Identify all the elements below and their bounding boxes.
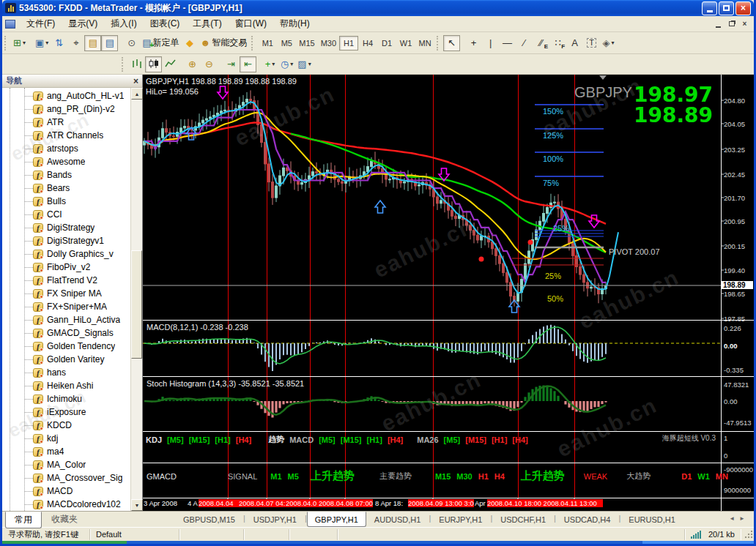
crosshair-button[interactable]: + bbox=[465, 35, 482, 51]
navigator-item[interactable]: fang_PR_(Din)-v2 bbox=[2, 102, 130, 116]
new-order-button[interactable]: ▤+新定单 bbox=[140, 35, 181, 51]
text-label-button[interactable]: T bbox=[583, 35, 600, 51]
auto-scroll-button[interactable]: ⇤ bbox=[240, 56, 256, 72]
chart-tab-gbpusd-m15[interactable]: GBPUSD,M15 bbox=[175, 512, 243, 527]
equidistant-channel-button[interactable]: ∕∕E bbox=[533, 35, 549, 51]
toolbar-grip[interactable] bbox=[4, 36, 8, 51]
navigator-item[interactable]: fDolly Graphics_v bbox=[2, 247, 130, 261]
nav-tab-常用[interactable]: 常用 bbox=[5, 512, 42, 528]
navigator-item[interactable]: fFX+Sniper+MA bbox=[2, 300, 130, 313]
price-chart-svg[interactable] bbox=[143, 75, 754, 511]
data-window-button[interactable]: ⌖ bbox=[67, 35, 84, 51]
timeframe-mn-button[interactable]: MN bbox=[415, 36, 434, 51]
timeframe-d1-button[interactable]: D1 bbox=[377, 36, 396, 51]
chart-tab-eurjpy-h1[interactable]: EURJPY,H1 bbox=[431, 512, 490, 527]
navigator-item[interactable]: fBears bbox=[2, 182, 130, 195]
bar-chart-button[interactable] bbox=[128, 56, 145, 72]
trendline-button[interactable]: ∕ bbox=[516, 35, 533, 51]
horizontal-line-button[interactable]: — bbox=[499, 35, 516, 51]
profiles-button[interactable]: ▣▾ bbox=[33, 35, 51, 51]
chart-tab-usdchf-h1[interactable]: USDCHF,H1 bbox=[492, 512, 554, 527]
resize-grip[interactable] bbox=[744, 529, 754, 539]
navigator-item[interactable]: fGolden Varitey bbox=[2, 353, 130, 366]
scroll-down-icon[interactable]: ▼ bbox=[131, 499, 143, 511]
mdi-close-button[interactable]: × bbox=[738, 18, 751, 29]
text-button[interactable]: A bbox=[566, 35, 583, 51]
fibonacci-button[interactable]: ∷F bbox=[549, 35, 566, 51]
navigator-item[interactable]: fatrstops bbox=[2, 142, 130, 155]
navigator-item[interactable]: fDigiStrategyv1 bbox=[2, 234, 130, 247]
toolbar-grip[interactable] bbox=[437, 36, 440, 51]
timeframe-w1-button[interactable]: W1 bbox=[396, 36, 415, 51]
timeframe-m1-button[interactable]: M1 bbox=[258, 36, 277, 51]
menu-item-4[interactable]: 工具(T) bbox=[186, 15, 228, 32]
chart-tab-audusd-h1[interactable]: AUDUSD,H1 bbox=[366, 512, 429, 527]
timeframe-h4-button[interactable]: H4 bbox=[358, 36, 377, 51]
navigator-item[interactable]: fATR Channels bbox=[2, 129, 130, 142]
expert-advisors-button[interactable]: ☻智能交易 bbox=[199, 35, 250, 51]
chart-area[interactable]: eahub.cn eahub.cn eahub.cn eahub.cn eahu… bbox=[143, 75, 754, 511]
mdi-minimize-button[interactable] bbox=[712, 18, 724, 29]
chart-tab-eurusd-h1[interactable]: EURUSD,H1 bbox=[620, 512, 683, 527]
navigator-item[interactable]: fhans bbox=[2, 366, 130, 379]
navigator-item[interactable]: fCCI bbox=[2, 208, 130, 221]
maximize-button[interactable] bbox=[719, 1, 734, 15]
templates-button[interactable]: ▨▾ bbox=[295, 56, 313, 72]
chart-tab-usdjpy-h1[interactable]: USDJPY,H1 bbox=[245, 512, 305, 527]
navigator-item[interactable]: fDigiStrategy bbox=[2, 221, 130, 234]
close-button[interactable]: × bbox=[735, 1, 751, 15]
navigator-item[interactable]: fFlatTrend V2 bbox=[2, 274, 130, 287]
navigator-item[interactable]: fGolden Tendency bbox=[2, 340, 130, 353]
chart-tab-gbpjpy-h1[interactable]: GBPJPY,H1 bbox=[307, 512, 366, 527]
timeframe-m15-button[interactable]: M15 bbox=[296, 36, 317, 51]
navigator-item[interactable]: fIchimoku bbox=[2, 392, 130, 405]
strategy-tester-button[interactable]: ⊙ bbox=[123, 35, 140, 51]
navigator-item[interactable]: fHeiken Ashi bbox=[2, 379, 130, 392]
menu-item-0[interactable]: 文件(F) bbox=[20, 15, 62, 32]
navigator-item[interactable]: fMA_Color bbox=[2, 458, 130, 471]
navigator-item[interactable]: fBands bbox=[2, 168, 130, 182]
navigator-close-icon[interactable]: × bbox=[133, 76, 138, 86]
navigator-item[interactable]: fGMACD_Signals bbox=[2, 326, 130, 340]
navigator-item[interactable]: fkdj bbox=[2, 432, 130, 445]
navigator-item[interactable]: fMACD bbox=[2, 485, 130, 498]
timeframe-m30-button[interactable]: M30 bbox=[318, 36, 339, 51]
periods-button[interactable]: ◷▾ bbox=[278, 56, 295, 72]
shift-end-button[interactable]: ⇥ bbox=[223, 56, 240, 72]
zoom-out-button[interactable]: ⊖ bbox=[201, 56, 218, 72]
navigator-item[interactable]: fKDCD bbox=[2, 419, 130, 432]
new-chart-button[interactable]: ⊞▾ bbox=[11, 35, 28, 51]
arrows-tool-button[interactable]: ◈▾ bbox=[600, 35, 617, 51]
navigator-item[interactable]: fBulls bbox=[2, 195, 130, 208]
scrollbar-thumb[interactable] bbox=[131, 250, 142, 359]
indicators-button[interactable]: +▾ bbox=[262, 56, 278, 72]
navigator-item[interactable]: fMACDcoloredv102 bbox=[2, 498, 130, 511]
cursor-button[interactable]: ↖ bbox=[443, 35, 460, 51]
zoom-in-button[interactable]: ⊕ bbox=[184, 56, 201, 72]
navigator-item[interactable]: fma4 bbox=[2, 445, 130, 458]
navigator-item[interactable]: fFiboPiv_v2 bbox=[2, 261, 130, 274]
candlestick-chart-button[interactable] bbox=[145, 56, 162, 72]
navigator-item[interactable]: fMA_Crossover_Sig bbox=[2, 471, 130, 485]
navigator-item[interactable]: fATR bbox=[2, 116, 130, 129]
minimize-button[interactable] bbox=[702, 1, 717, 15]
navigator-item[interactable]: fFX Sniper MA bbox=[2, 287, 130, 300]
navigator-item[interactable]: fiExposure bbox=[2, 405, 130, 419]
market-watch-button[interactable]: ⇅ bbox=[51, 35, 67, 51]
scroll-up-icon[interactable]: ▲ bbox=[131, 88, 143, 100]
navigator-item[interactable]: fGann_HiLo_Activa bbox=[2, 313, 130, 326]
chart-tab-usdcad-h4[interactable]: USDCAD,H4 bbox=[556, 512, 619, 527]
metaeditor-button[interactable]: ◆ bbox=[182, 35, 199, 51]
tab-scroll-arrows[interactable]: ◄► bbox=[729, 515, 749, 522]
terminal-toggle-button[interactable]: ▤ bbox=[101, 35, 118, 51]
navigator-item[interactable]: fang_AutoCh_HL-v1 bbox=[2, 89, 130, 102]
nav-tab-收藏夹[interactable]: 收藏夹 bbox=[42, 512, 87, 528]
navigator-item[interactable]: fAwesome bbox=[2, 155, 130, 168]
timeframe-h1-button[interactable]: H1 bbox=[339, 36, 358, 51]
navigator-toggle-button[interactable]: ▤ bbox=[84, 35, 101, 51]
menu-item-2[interactable]: 插入(I) bbox=[104, 15, 143, 32]
line-chart-button[interactable] bbox=[162, 56, 179, 72]
menu-item-3[interactable]: 图表(C) bbox=[144, 15, 187, 32]
timeframe-m5-button[interactable]: M5 bbox=[277, 36, 296, 51]
menu-item-6[interactable]: 帮助(H) bbox=[273, 15, 316, 32]
